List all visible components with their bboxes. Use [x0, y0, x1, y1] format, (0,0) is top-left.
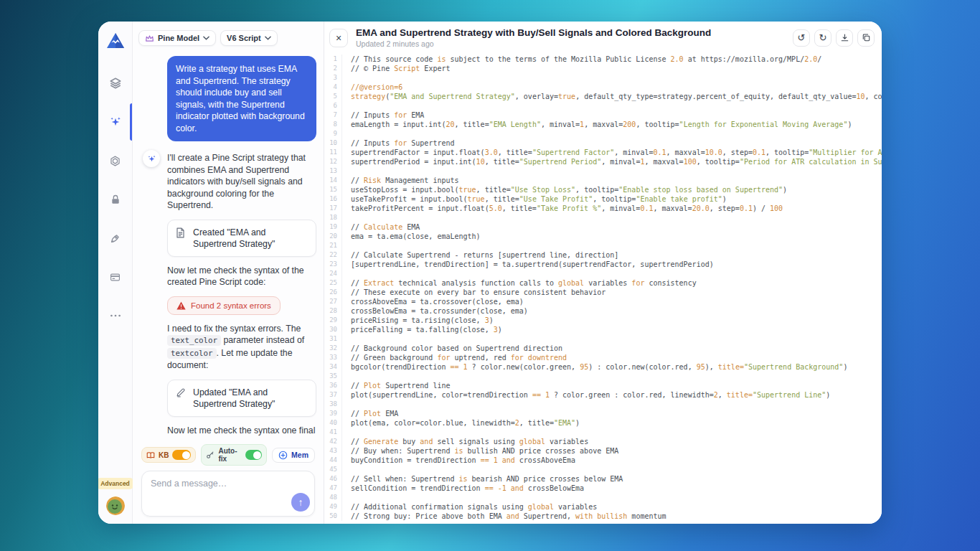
code-line: 36// Plot Supertrend line [324, 381, 882, 390]
send-button[interactable]: ↑ [291, 493, 310, 512]
desktop-background: Advanced Pine Model [0, 0, 980, 551]
app-window: Advanced Pine Model [98, 22, 882, 524]
chevron-down-icon [203, 36, 209, 40]
undo-button[interactable]: ↺ [793, 29, 810, 47]
user-message: Write a strategy that uses EMA and Super… [167, 56, 316, 141]
code-line: 2// © Pine Script Expert [324, 64, 882, 73]
sidebar: Advanced [98, 22, 133, 524]
autofix-label: Auto-fix [218, 447, 242, 463]
code-line: 3 [324, 73, 882, 83]
code-line: 24 [324, 269, 882, 278]
message-inputbox: ↑ [141, 471, 315, 517]
error-chip-wrap: Found 2 syntax errors [141, 288, 316, 315]
code-line: 12supertrendPeriod = input.int(10, title… [324, 157, 882, 166]
model-selector-label: Pine Model [158, 34, 199, 42]
code-area[interactable]: 1// This source code is subject to the t… [324, 52, 882, 524]
editor-titles: EMA and Supertrend Strategy with Buy/Sel… [356, 27, 711, 48]
message-list: Write a strategy that uses EMA and Super… [133, 46, 324, 438]
code-line: 26// These execute on every bar to ensur… [324, 288, 882, 297]
code-line: 29priceRising = ta.rising(close, 3) [324, 316, 882, 325]
code-line: 8emaLength = input.int(20, title="EMA Le… [324, 120, 882, 129]
code-line: 48 [324, 493, 882, 502]
code-line: 38 [324, 400, 882, 409]
assistant-check-text: Now let me check the syntax of the creat… [167, 265, 316, 288]
sidebar-item-more[interactable] [98, 307, 132, 324]
close-button[interactable]: × [329, 29, 348, 47]
chat-toolbar: Pine Model V6 Script [133, 22, 324, 46]
sidebar-item-layers[interactable] [98, 75, 132, 92]
message-input[interactable] [142, 471, 314, 516]
code-line: 40plot(ema, color=color.blue, linewidth=… [324, 418, 882, 428]
undo-icon: ↺ [798, 32, 806, 43]
sidebar-item-deploy[interactable] [98, 230, 132, 247]
composer-controls: KB Auto-fix Mem [141, 444, 315, 466]
code-line: 49// Additional confirmation signals usi… [324, 502, 882, 512]
book-icon [146, 451, 155, 459]
code-line: 14// Risk Management inputs [324, 176, 882, 185]
error-chip-label: Found 2 syntax errors [191, 301, 271, 310]
document-updated-status: Updated 2 minutes ago [356, 39, 711, 48]
code-line: 11supertrendFactor = input.float(3.0, ti… [324, 148, 882, 157]
version-selector[interactable]: V6 Script [220, 30, 278, 46]
kb-switch[interactable] [172, 450, 191, 460]
close-icon: × [336, 32, 341, 44]
warning-icon [176, 301, 186, 310]
editor-header: × EMA and Supertrend Strategy with Buy/S… [324, 22, 882, 52]
rocket-icon [109, 232, 121, 245]
crown-icon [145, 34, 154, 42]
sidebar-item-assistant[interactable] [98, 113, 132, 131]
mem-button[interactable]: Mem [272, 448, 315, 463]
code-line: 21 [324, 241, 882, 250]
inline-code: textcolor [167, 348, 217, 359]
code-line: 25// Extract technical analysis function… [324, 278, 882, 288]
download-button[interactable] [836, 29, 853, 47]
redo-icon: ↻ [819, 32, 827, 43]
kb-toggle[interactable]: KB [141, 447, 196, 463]
code-line: 1// This source code is subject to the t… [324, 55, 882, 64]
kb-label: KB [159, 451, 169, 459]
code-line: 23[supertrendLine, trendDirection] = ta.… [324, 260, 882, 269]
autofix-switch[interactable] [245, 450, 262, 460]
code-line: 35 [324, 372, 882, 381]
assistant-message: I'll create a Pine Script strategy that … [141, 150, 316, 212]
code-line: 32// Background color based on Supertren… [324, 344, 882, 353]
updated-card-label: Updated "EMA and Supertrend Strategy" [193, 387, 308, 410]
code-line: 34bgcolor(trendDirection == 1 ? color.ne… [324, 362, 882, 372]
code-line: 7// Inputs for EMA [324, 110, 882, 120]
code-line: 30priceFalling = ta.falling(close, 3) [324, 325, 882, 334]
inline-code: text_color [167, 335, 221, 346]
lock-icon [110, 194, 121, 206]
code-line: 13 [324, 166, 882, 176]
code-line: 44buyCondition = trendDirection == 1 and… [324, 456, 882, 465]
redo-button[interactable]: ↻ [814, 29, 831, 47]
copy-icon [862, 33, 871, 42]
model-selector[interactable]: Pine Model [138, 30, 216, 46]
code-line: 16useTakeProfit = input.bool(true, title… [324, 194, 882, 204]
code-line: 37plot(supertrendLine, color=trendDirect… [324, 390, 882, 400]
updated-document-card[interactable]: Updated "EMA and Supertrend Strategy" [167, 380, 316, 417]
code-line: 39// Plot EMA [324, 409, 882, 418]
ai-logo-icon [109, 155, 121, 167]
user-avatar[interactable] [106, 496, 125, 515]
code-line: 10// Inputs for Supertrend [324, 138, 882, 148]
wrench-icon [206, 451, 215, 459]
chat-panel: Pine Model V6 Script Write a strategy th… [133, 22, 324, 524]
syntax-error-chip: Found 2 syntax errors [167, 296, 281, 315]
copy-button[interactable] [857, 29, 875, 47]
code-line: 4//@version=6 [324, 83, 882, 92]
sidebar-item-security[interactable] [98, 191, 132, 208]
code-line: 46// Sell when: Supertrend is bearish AN… [324, 474, 882, 484]
created-document-card[interactable]: Created "EMA and Supertrend Strategy" [167, 220, 316, 257]
code-line: 20ema = ta.ema(close, emaLength) [324, 232, 882, 241]
code-line: 9 [324, 129, 882, 138]
fix-text-mid: parameter instead of [223, 335, 304, 345]
autofix-toggle[interactable]: Auto-fix [201, 444, 267, 466]
app-logo-icon[interactable] [105, 32, 126, 50]
credit-card-icon [109, 272, 121, 283]
code-line: 41 [324, 428, 882, 437]
sidebar-nav [98, 75, 132, 324]
created-card-label: Created "EMA and Supertrend Strategy" [193, 227, 308, 250]
sidebar-item-billing[interactable] [98, 268, 132, 286]
sidebar-item-ai-model[interactable] [98, 152, 132, 169]
advanced-badge: Advanced [98, 478, 133, 489]
